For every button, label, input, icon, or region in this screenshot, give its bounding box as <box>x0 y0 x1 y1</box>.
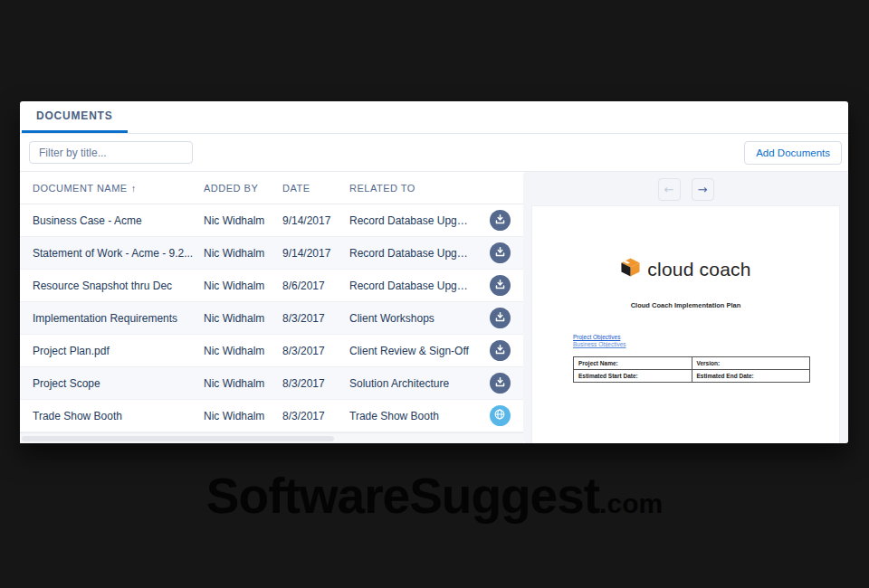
cell-document-name: Statement of Work - Acme - 9.2... <box>33 247 204 260</box>
cell-date: 8/6/2017 <box>282 280 349 292</box>
cell-date: 8/3/2017 <box>282 410 349 422</box>
column-header-document-name[interactable]: DOCUMENT NAME↑ <box>33 183 204 194</box>
tab-bar: DOCUMENTS <box>20 101 848 134</box>
table-row[interactable]: Resource Snapshot thru Dec Nic Widhalm 8… <box>20 270 523 302</box>
field-project-name: Project Name: <box>574 357 692 370</box>
download-icon <box>494 344 506 358</box>
cloud-coach-cube-icon <box>620 257 641 281</box>
horizontal-scrollbar[interactable] <box>20 432 523 443</box>
add-documents-button[interactable]: Add Documents <box>744 141 842 165</box>
table-row[interactable]: Trade Show Booth Nic Widhalm 8/3/2017 Tr… <box>20 400 523 432</box>
download-icon <box>494 246 506 261</box>
download-icon <box>494 279 506 293</box>
cell-actions <box>476 242 523 263</box>
column-header-date[interactable]: DATE <box>282 183 349 194</box>
download-icon <box>494 311 506 326</box>
tab-documents[interactable]: DOCUMENTS <box>22 101 128 133</box>
cloud-coach-logo: cloud coach <box>532 257 839 281</box>
field-estimated-end-date: Estimated End Date: <box>692 370 810 383</box>
cell-document-name: Business Case - Acme <box>33 214 204 227</box>
download-button[interactable] <box>490 308 511 328</box>
cell-document-name: Project Plan.pdf <box>33 345 204 357</box>
cell-date: 8/3/2017 <box>282 345 349 357</box>
cell-added-by: Nic Widhalm <box>204 410 282 422</box>
cell-added-by: Nic Widhalm <box>204 312 282 325</box>
cell-document-name: Resource Snapshot thru Dec <box>33 280 204 292</box>
cell-added-by: Nic Widhalm <box>204 214 282 227</box>
cell-date: 9/14/2017 <box>282 247 349 260</box>
watermark-suffix: .com <box>599 488 663 518</box>
content-split: DOCUMENT NAME↑ ADDED BY DATE RELATED TO … <box>20 172 848 443</box>
cell-actions <box>476 275 523 296</box>
scrollbar-thumb[interactable] <box>22 436 334 441</box>
preview-doc-title: Cloud Coach Implementation Plan <box>532 301 839 309</box>
cell-date: 9/14/2017 <box>282 214 349 227</box>
doc-link-business-objectives: Business Objectives <box>573 341 839 348</box>
logo-wordmark: cloud coach <box>647 259 750 280</box>
field-estimated-start-date: Estimated Start Date: <box>574 370 692 383</box>
download-button[interactable] <box>490 373 511 394</box>
cell-related-to: Solution Architecture <box>349 377 476 390</box>
column-header-label: DOCUMENT NAME <box>33 183 128 194</box>
filter-by-title-input[interactable] <box>29 141 193 164</box>
cell-related-to: Record Database Upgrade <box>349 247 476 260</box>
download-icon <box>494 376 506 391</box>
fields-table-row: Estimated Start Date: Estimated End Date… <box>574 370 810 383</box>
cell-added-by: Nic Widhalm <box>204 345 282 357</box>
preview-nav: ← → <box>658 178 714 201</box>
cell-document-name: Project Scope <box>33 377 204 390</box>
cell-actions <box>476 373 523 394</box>
cell-actions <box>476 405 523 426</box>
download-button[interactable] <box>490 242 511 263</box>
documents-toolbar: Add Documents <box>20 134 848 172</box>
cell-actions <box>476 340 523 361</box>
preview-page: cloud coach Cloud Coach Implementation P… <box>532 206 839 443</box>
field-version: Version: <box>692 357 810 370</box>
table-row[interactable]: Project Plan.pdf Nic Widhalm 8/3/2017 Cl… <box>20 335 523 367</box>
cell-date: 8/3/2017 <box>282 312 349 325</box>
next-page-button[interactable]: → <box>692 178 714 201</box>
cell-related-to: Client Review & Sign-Off <box>349 345 476 357</box>
cell-related-to: Client Workshops <box>349 312 476 325</box>
download-button[interactable] <box>490 340 511 361</box>
sort-asc-icon: ↑ <box>131 183 137 194</box>
preview-fields-table: Project Name: Version: Estimated Start D… <box>573 356 810 383</box>
cell-related-to: Record Database Upgrade <box>349 214 476 227</box>
table-row[interactable]: Statement of Work - Acme - 9.2... Nic Wi… <box>20 237 523 270</box>
fields-table-row: Project Name: Version: <box>574 357 810 370</box>
cell-actions <box>476 210 523 231</box>
download-button[interactable] <box>490 210 511 231</box>
table-row[interactable]: Implementation Requirements Nic Widhalm … <box>20 302 523 335</box>
column-header-added-by[interactable]: ADDED BY <box>204 183 282 194</box>
cell-document-name: Implementation Requirements <box>33 312 204 325</box>
documents-panel: DOCUMENTS Add Documents DOCUMENT NAME↑ A… <box>20 101 848 443</box>
preview-doc-links: Project Objectives Business Objectives <box>573 334 839 348</box>
screenshot-stage: DOCUMENTS Add Documents DOCUMENT NAME↑ A… <box>0 0 869 588</box>
download-icon <box>494 213 506 228</box>
cell-date: 8/3/2017 <box>282 377 349 390</box>
cell-document-name: Trade Show Booth <box>33 410 204 422</box>
open-link-button[interactable] <box>490 405 511 426</box>
table-row[interactable]: Business Case - Acme Nic Widhalm 9/14/20… <box>20 204 523 237</box>
globe-icon <box>493 408 506 423</box>
cell-actions <box>476 308 523 328</box>
cell-added-by: Nic Widhalm <box>204 280 282 292</box>
column-header-related-to[interactable]: RELATED TO <box>349 183 476 194</box>
document-preview-pane: ← → cloud coach <box>523 172 848 443</box>
watermark-brand: SoftwareSuggest <box>206 468 599 524</box>
cell-related-to: Trade Show Booth <box>349 410 476 422</box>
cell-added-by: Nic Widhalm <box>204 247 282 260</box>
previous-page-button[interactable]: ← <box>658 178 681 201</box>
watermark: SoftwareSuggest.com <box>0 467 869 525</box>
table-row[interactable]: Project Scope Nic Widhalm 8/3/2017 Solut… <box>20 367 523 400</box>
download-button[interactable] <box>490 275 511 296</box>
doc-link-project-objectives: Project Objectives <box>573 334 839 341</box>
cell-related-to: Record Database Upgrade <box>349 280 476 292</box>
table-header-row: DOCUMENT NAME↑ ADDED BY DATE RELATED TO <box>20 172 523 204</box>
cell-added-by: Nic Widhalm <box>204 377 282 390</box>
documents-table: DOCUMENT NAME↑ ADDED BY DATE RELATED TO … <box>20 172 523 443</box>
